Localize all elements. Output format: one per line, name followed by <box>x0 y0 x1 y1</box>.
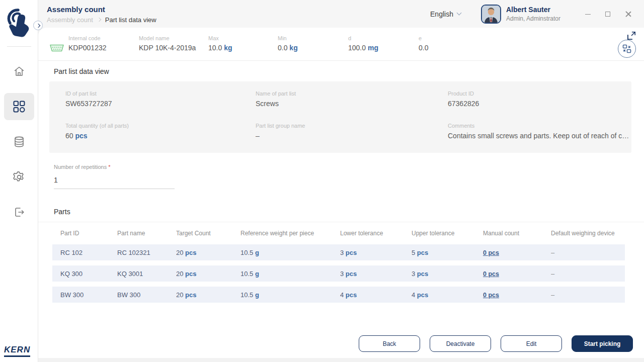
sidebar-expand-button[interactable] <box>33 21 43 30</box>
close-icon[interactable] <box>625 11 632 18</box>
topbar: Assembly count Assembly count Part list … <box>38 0 644 28</box>
part-list-details-panel: ID of part list SW653727287 Name of part… <box>49 81 631 153</box>
footer-actions: Back Deactivate Edit Start picking <box>359 335 633 352</box>
gear-icon <box>13 170 26 184</box>
manual-count-link[interactable]: 0 pcs <box>483 292 499 299</box>
device-field-min: Min 0.0 kg <box>278 35 348 52</box>
app-title: Assembly count <box>47 5 156 14</box>
back-button[interactable]: Back <box>359 335 420 352</box>
database-icon <box>13 136 25 148</box>
maximize-icon[interactable] <box>605 11 612 18</box>
edit-button[interactable]: Edit <box>501 335 562 352</box>
start-picking-button[interactable]: Start picking <box>572 335 633 352</box>
table-row: RC 102 RC 102321 20 pcs 10.5 g 3 pcs 5 p… <box>52 244 625 260</box>
language-label: English <box>430 10 453 18</box>
home-icon <box>13 65 25 77</box>
breadcrumb-current: Part list data view <box>105 16 156 24</box>
user-name: Albert Sauter <box>506 6 560 14</box>
breadcrumb-parent[interactable]: Assembly count <box>47 16 93 24</box>
touch-logo-icon <box>6 6 32 37</box>
repetitions-field: Number of repetitions * <box>54 162 644 189</box>
minimize-icon[interactable] <box>585 11 592 18</box>
chevron-down-icon <box>457 11 462 16</box>
switch-device-icon <box>622 44 632 54</box>
device-field-model-name: Model name KDP 10K-4-2019a <box>139 35 208 52</box>
content-card: Internal code KDP001232 Model name KDP 1… <box>38 28 644 358</box>
parts-table: Part ID Part name Target Count Reference… <box>52 222 625 303</box>
breadcrumb: Assembly count Part list data view <box>47 16 156 24</box>
field-id-of-part-list: ID of part list SW653727287 <box>65 90 256 108</box>
deactivate-button[interactable]: Deactivate <box>430 335 491 352</box>
device-field-internal-code: Internal code KDP001232 <box>68 35 139 52</box>
sidebar-item-settings[interactable] <box>4 163 34 191</box>
device-info-bar: Internal code KDP001232 Model name KDP 1… <box>38 28 644 61</box>
table-row: BW 300 BW 300 20 pcs 10.5 g 4 pcs 4 pcs … <box>52 287 625 303</box>
device-field-d: d 100.0 mg <box>348 35 419 52</box>
chevron-right-icon <box>97 17 101 21</box>
window-controls <box>585 11 632 18</box>
sidebar-item-home[interactable] <box>4 58 34 85</box>
switch-device-button[interactable] <box>618 40 636 58</box>
avatar <box>481 5 501 24</box>
field-name-of-part-list: Name of part list Screws <box>256 90 448 108</box>
sidebar: KERN <box>0 0 38 362</box>
required-asterisk: * <box>108 164 110 170</box>
sidebar-item-logout[interactable] <box>4 199 34 226</box>
manual-count-link[interactable]: 0 pcs <box>483 270 499 278</box>
sidebar-item-applications[interactable] <box>4 93 34 120</box>
table-row: KQ 300 KQ 3001 20 pcs 10.5 g 3 pcs 3 pcs… <box>52 265 625 282</box>
parts-table-header: Part ID Part name Target Count Reference… <box>52 222 625 244</box>
connector-icon <box>49 44 64 53</box>
field-total-quantity: Total quantity (of all parts) 60 pcs <box>65 123 256 140</box>
repetitions-input[interactable] <box>54 172 175 189</box>
user-menu[interactable]: Albert Sauter Admin, Adminstrator <box>481 5 560 24</box>
kern-brand-logo: KERN <box>4 345 30 357</box>
page-heading: Part list data view <box>54 67 644 75</box>
device-field-max: Max 10.0 kg <box>208 35 278 52</box>
field-group-name: Part list group name – <box>256 123 448 140</box>
manual-count-link[interactable]: 0 pcs <box>483 249 499 256</box>
parts-heading: Parts <box>54 208 644 216</box>
language-selector[interactable]: English <box>430 10 461 18</box>
apps-grid-icon <box>13 100 26 113</box>
device-field-e: e 0.0 <box>419 35 428 52</box>
sidebar-item-database[interactable] <box>4 128 34 155</box>
field-product-id: Product ID 67362826 <box>448 90 629 108</box>
sidebar-divider <box>7 46 31 47</box>
logout-icon <box>13 206 25 218</box>
user-role: Admin, Adminstrator <box>506 15 560 22</box>
field-comments: Comments Contains small screws and parts… <box>448 123 629 140</box>
